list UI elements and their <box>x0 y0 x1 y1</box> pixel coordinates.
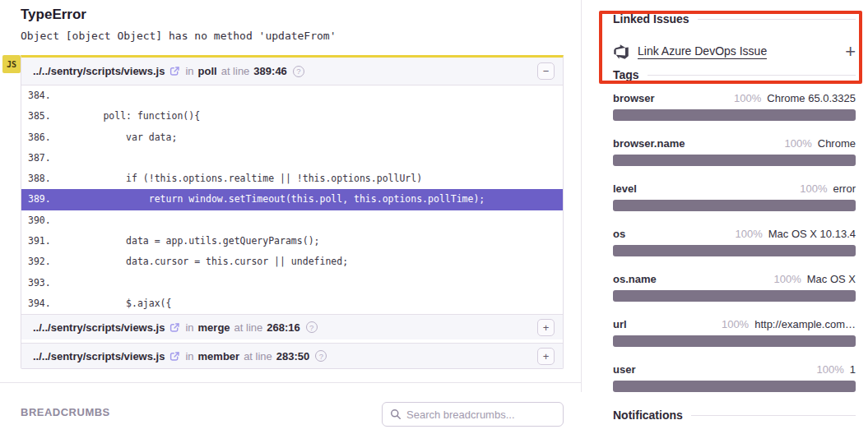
active-code-line: 389. return window.setTimeout(this.poll,… <box>21 189 563 210</box>
question-icon[interactable]: ? <box>293 66 304 77</box>
search-input[interactable] <box>406 409 555 421</box>
tag-value-link[interactable]: Mac OS X 10.13.4 <box>768 228 856 240</box>
frame-function: member <box>198 350 240 362</box>
code-line: 392. data.cursor = this.cursor || undefi… <box>21 252 563 272</box>
section-divider <box>0 382 581 383</box>
page-title: TypeError <box>21 7 86 23</box>
tag-percent: 100% <box>785 137 812 150</box>
frame-lineno: 283:50 <box>276 350 309 362</box>
code-line: 385. poll: function(){ <box>21 106 563 127</box>
heading-rule <box>648 75 856 76</box>
in-label: in <box>185 321 193 334</box>
tag-value-link[interactable]: http://example.com… <box>754 318 856 330</box>
tag-distribution-bar <box>613 381 856 392</box>
tag-row-os: os100%Mac OS X 10.13.4 <box>613 228 856 256</box>
code-line: 391. data = app.utils.getQueryParams(); <box>21 231 563 252</box>
tag-distribution-bar <box>613 290 856 302</box>
code-line: 388. if (!this.options.realtime || !this… <box>21 169 563 189</box>
frame-function: merge <box>198 321 230 334</box>
line-code: $.ajax({ <box>58 293 171 314</box>
at-line-label: at line <box>234 321 263 334</box>
tag-top: os100%Mac OS X 10.13.4 <box>613 228 856 241</box>
tag-top: level100%error <box>613 182 856 196</box>
line-number: 393. <box>21 273 58 293</box>
collapse-frame-button[interactable]: − <box>537 62 555 80</box>
line-number: 391. <box>21 231 58 252</box>
in-label: in <box>185 65 193 77</box>
stack-frame-merge[interactable]: ../../sentry/scripts/views.js in merge a… <box>21 314 563 339</box>
frame-lineno: 389:46 <box>253 65 286 77</box>
stack-frame-member[interactable]: ../../sentry/scripts/views.js in member … <box>21 343 563 368</box>
add-linked-issue-button[interactable]: + <box>845 43 856 61</box>
tag-distribution-bar <box>613 335 856 347</box>
question-icon[interactable]: ? <box>306 321 318 333</box>
line-number: 384. <box>21 85 58 106</box>
code-line: 390. <box>21 210 563 231</box>
frame-file-link[interactable]: ../../sentry/scripts/views.js <box>33 350 165 362</box>
line-code: poll: function(){ <box>58 106 200 127</box>
frame-file-link[interactable]: ../../sentry/scripts/views.js <box>33 65 165 77</box>
line-number: 390. <box>21 210 58 231</box>
line-number: 385. <box>21 106 58 127</box>
tag-row-user: user100%1 <box>613 363 856 392</box>
tag-top: browser.name100%Chrome <box>613 137 856 150</box>
at-line-label: at line <box>221 65 250 77</box>
line-code: data = app.utils.getQueryParams(); <box>58 231 320 252</box>
breadcrumbs-search[interactable] <box>382 402 564 427</box>
frame-file-link[interactable]: ../../sentry/scripts/views.js <box>33 321 165 334</box>
sidebar: Linked Issues Link Azure DevOps Issue + … <box>613 0 856 434</box>
stack-frame-poll[interactable]: ../../sentry/scripts/views.js in poll at… <box>21 58 563 85</box>
external-link-icon[interactable] <box>169 322 180 333</box>
code-block: 384.385. poll: function(){386. var data;… <box>21 85 563 314</box>
tag-distribution-bar <box>613 245 856 256</box>
tag-distribution-bar <box>613 200 856 211</box>
tag-key: os.name <box>613 273 657 285</box>
code-line: 387. <box>21 148 563 169</box>
tag-row-browser.name: browser.name100%Chrome <box>613 137 856 166</box>
heading-rule <box>698 19 856 20</box>
line-code: if (!this.options.realtime || !this.opti… <box>58 169 422 189</box>
expand-frame-button[interactable]: + <box>537 319 555 336</box>
frame-lineno: 268:16 <box>267 321 299 334</box>
tag-percent: 100% <box>774 273 801 285</box>
linked-issues-heading: Linked Issues <box>613 12 689 25</box>
tag-percent: 100% <box>817 363 844 376</box>
tag-value-link[interactable]: Chrome 65.0.3325 <box>767 92 856 104</box>
tag-percent: 100% <box>734 92 761 104</box>
tag-percent: 100% <box>736 228 763 240</box>
tag-value-link[interactable]: 1 <box>850 363 856 376</box>
line-number: 386. <box>21 127 58 148</box>
tag-top: browser100%Chrome 65.0.3325 <box>613 92 856 105</box>
tag-key: user <box>613 363 635 376</box>
frame-title: ../../sentry/scripts/views.js in merge a… <box>33 321 537 334</box>
tag-key: browser <box>613 92 655 104</box>
search-icon <box>390 409 402 420</box>
tag-key: level <box>613 182 637 195</box>
code-line: 393. <box>21 273 563 293</box>
link-azure-devops-issue-link[interactable]: Link Azure DevOps Issue <box>638 44 767 59</box>
linked-issues-section-heading: Linked Issues <box>613 12 856 25</box>
code-line: 386. var data; <box>21 127 563 148</box>
question-icon[interactable]: ? <box>315 350 327 362</box>
tag-distribution-bar <box>613 155 856 166</box>
tag-value-link[interactable]: Chrome <box>818 137 856 150</box>
expand-frame-button[interactable]: + <box>537 348 555 365</box>
tag-key: browser.name <box>613 137 685 150</box>
js-platform-badge: JS <box>2 55 21 73</box>
tag-value-link[interactable]: error <box>833 182 856 195</box>
tag-percent: 100% <box>800 182 827 195</box>
code-line: 394. $.ajax({ <box>21 293 563 314</box>
in-label: in <box>185 350 193 362</box>
external-link-icon[interactable] <box>169 351 180 362</box>
issue-detail-page: TypeError Object [object Object] has no … <box>0 0 868 434</box>
tag-value-link[interactable]: Mac OS X <box>807 273 856 285</box>
tag-key: url <box>613 318 627 330</box>
external-link-icon[interactable] <box>169 66 180 76</box>
tag-percent: 100% <box>722 318 749 330</box>
sidebar-divider <box>581 0 582 392</box>
tag-row-browser: browser100%Chrome 65.0.3325 <box>613 92 856 121</box>
at-line-label: at line <box>244 350 272 362</box>
heading-rule <box>691 415 856 416</box>
tag-distribution-bar <box>613 109 856 121</box>
tag-top: os.name100%Mac OS X <box>613 273 856 286</box>
